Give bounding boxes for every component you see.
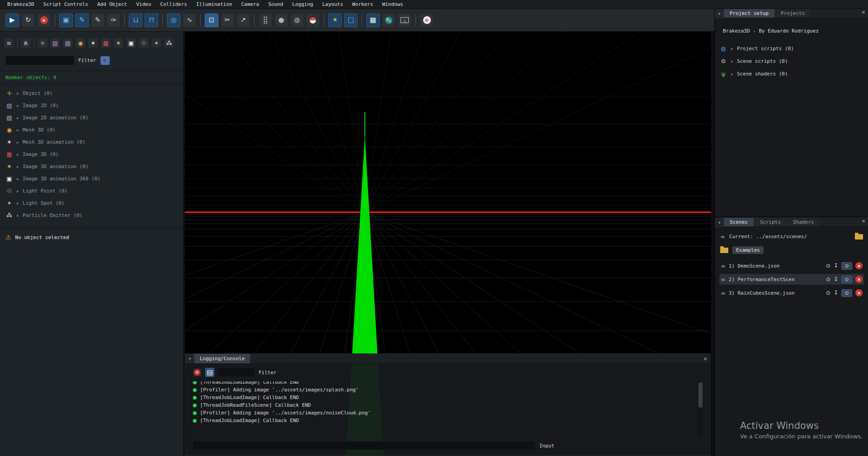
script-edit-button[interactable]: ✎	[75, 14, 89, 27]
load-scene-icon[interactable]: ↧	[834, 290, 838, 296]
delete-scene-button[interactable]: ×	[855, 289, 863, 296]
project-tree-row[interactable]: ◍ ▸ Project scripts (0)	[719, 42, 864, 55]
export-image-button[interactable]: ↗	[236, 14, 250, 27]
preview-eye-icon[interactable]: ⊙	[826, 263, 830, 269]
object-type-row[interactable]: ▨ ▸ Image 2D (0)	[0, 99, 183, 112]
viewport-3d[interactable]: ▾ Logging/Console × × ▤ Filter	[185, 32, 711, 456]
menu-item[interactable]: Camera	[236, 0, 264, 9]
add-mesh-3d-button[interactable]: ◉	[75, 38, 86, 48]
add-image-3d-animation-button[interactable]: ✶	[113, 38, 124, 48]
project-panel-close-button[interactable]: ×	[859, 9, 868, 18]
earth-button[interactable]	[382, 14, 396, 27]
object-type-row[interactable]: ▤ ▸ Image 2D animation (0)	[0, 112, 183, 124]
console-filter-input[interactable]	[218, 368, 255, 377]
object-type-row[interactable]: ✶ ▸ Mesh 3D animation (0)	[0, 136, 183, 148]
delete-scene-button[interactable]: ×	[855, 262, 863, 269]
scene-row[interactable]: ∞ 3) RainCubesScene.json ⊙ ↧ ⊙ ×	[719, 287, 864, 298]
menu-item[interactable]: Workers	[348, 0, 377, 9]
add-light-spot-button[interactable]: ✦	[151, 38, 162, 48]
tab-logging-console[interactable]: Logging/Console	[194, 354, 250, 363]
panorama-button[interactable]: △	[398, 14, 411, 27]
cube-button[interactable]: □	[344, 14, 358, 27]
view-scene-button[interactable]: ⊙	[841, 276, 852, 283]
hierarchy-button[interactable]: ⋔	[20, 38, 31, 48]
add-particle-emitter-button[interactable]: ⁂	[164, 38, 175, 48]
add-light-point-button[interactable]: ☉	[138, 38, 149, 48]
bezier-button[interactable]: ∿	[183, 14, 196, 27]
play-button[interactable]: ▶	[5, 14, 19, 27]
clear-log-button[interactable]: ×	[193, 368, 202, 377]
preview-eye-icon[interactable]: ⊙	[826, 276, 830, 282]
tab-shaders[interactable]: Shaders	[787, 218, 820, 226]
collapse-arrow-button[interactable]: ▾	[715, 9, 724, 19]
add-image-2d-animation-button[interactable]: ▤	[62, 38, 73, 48]
menu-item[interactable]: Windows	[377, 0, 407, 9]
preview-eye-icon[interactable]: ⊙	[826, 290, 830, 296]
stop-button[interactable]: ×	[37, 14, 51, 27]
log-scrollbar-thumb[interactable]	[698, 382, 703, 408]
load-scene-icon[interactable]: ↧	[834, 276, 838, 282]
object-type-row[interactable]: ✛ ▸ Object (0)	[0, 87, 183, 99]
add-image-3d-animation-360-button[interactable]: ▣	[126, 38, 137, 48]
menu-item[interactable]: Add Object	[93, 0, 132, 9]
examples-button[interactable]: Examples	[732, 246, 764, 254]
delete-scene-button[interactable]: ×	[855, 276, 863, 283]
view-scene-button[interactable]: ⊙	[841, 262, 852, 270]
menu-item[interactable]: Layouts	[318, 0, 348, 9]
filter-color-button[interactable]: ●	[100, 56, 110, 65]
tab-projects[interactable]: Projects	[775, 9, 811, 18]
menu-item[interactable]: Script Controls	[39, 0, 93, 9]
tab-project-setup[interactable]: Project setup	[724, 9, 774, 18]
collapse-arrow-button[interactable]: ▾	[715, 218, 724, 227]
menu-item[interactable]: Illumination	[192, 0, 236, 9]
view-scene-button[interactable]: ⊙	[841, 289, 852, 297]
window-button[interactable]: ▣	[59, 14, 73, 27]
menu-list-button[interactable]: ≡	[4, 38, 14, 48]
object-type-row[interactable]: ✶ ▸ Image 3D animation (0)	[0, 160, 183, 173]
object-type-row[interactable]: ⁂ ▸ Particle Emitter (0)	[0, 209, 183, 221]
object-type-row[interactable]: ▦ ▸ Image 3D (0)	[0, 148, 183, 160]
console-close-button[interactable]: ×	[700, 356, 710, 362]
magnet-left-button[interactable]: ⊔	[129, 14, 142, 27]
add-image-2d-button[interactable]: ▨	[50, 38, 61, 48]
magnet-right-button[interactable]: ⊓	[145, 14, 158, 27]
tab-scripts[interactable]: Scripts	[754, 218, 787, 226]
viewfinder-button[interactable]: ⊕	[420, 14, 434, 27]
scene-row[interactable]: ∞ 2) PerformanceTestScen ⊙ ↧ ⊙ ×	[719, 274, 864, 285]
spiral-button[interactable]: ◎	[167, 14, 180, 27]
object-type-row[interactable]: ◉ ▸ Mesh 3D (0)	[0, 124, 183, 136]
menu-item[interactable]: Logging	[288, 0, 317, 9]
dots-grid-button[interactable]: ⣿	[259, 14, 272, 27]
brush-button[interactable]: ✑	[107, 14, 120, 27]
scene-row[interactable]: ∞ 1) DemoScene.json ⊙ ↧ ⊙ ×	[719, 260, 864, 271]
add-object-button[interactable]: ✛	[37, 38, 48, 48]
object-type-row[interactable]: ✦ ▸ Light Spot (0)	[0, 197, 183, 209]
menu-item[interactable]: Colliders	[156, 0, 192, 9]
pencil-button[interactable]: ✎	[91, 14, 104, 27]
object-type-row[interactable]: ▣ ▸ Image 3D animation 360 (0)	[0, 173, 183, 185]
load-scene-icon[interactable]: ↧	[834, 263, 838, 269]
add-mesh-3d-animation-button[interactable]: ✶	[88, 38, 99, 48]
add-image-3d-button[interactable]: ▦	[100, 38, 111, 48]
grid-button[interactable]: ▦	[366, 14, 380, 27]
console-command-input[interactable]	[193, 441, 535, 450]
object-type-row[interactable]: ☉ ▸ Light Point (0)	[0, 185, 183, 197]
scissors-button[interactable]: ✂	[221, 14, 234, 27]
menu-item[interactable]: Video	[132, 0, 156, 9]
select-region-button[interactable]: ⊡	[205, 14, 218, 27]
collapse-arrow-button[interactable]: ▾	[185, 354, 194, 363]
tab-scenes[interactable]: Scenes	[724, 218, 754, 226]
refresh-button[interactable]: ↻	[21, 14, 35, 27]
project-tree-row[interactable]: ψ ▸ Scene shaders (0)	[719, 67, 864, 80]
menu-item[interactable]: Sound	[264, 0, 288, 9]
project-tree-row[interactable]: ⚙ ▸ Scene scripts (0)	[719, 55, 864, 67]
sun-button[interactable]: ☀	[328, 14, 342, 27]
objects-filter-input[interactable]	[5, 56, 74, 65]
sphere-solid-button[interactable]: ●	[274, 14, 288, 27]
open-folder-button[interactable]	[855, 234, 863, 240]
sphere-red-button[interactable]	[306, 14, 320, 27]
sphere-wireframe-button[interactable]: ◍	[290, 14, 304, 27]
log-list-button[interactable]: ▤	[205, 368, 214, 377]
scenes-panel-close-button[interactable]: ×	[859, 218, 868, 226]
menu-item[interactable]: Brakeza3D	[3, 0, 39, 9]
